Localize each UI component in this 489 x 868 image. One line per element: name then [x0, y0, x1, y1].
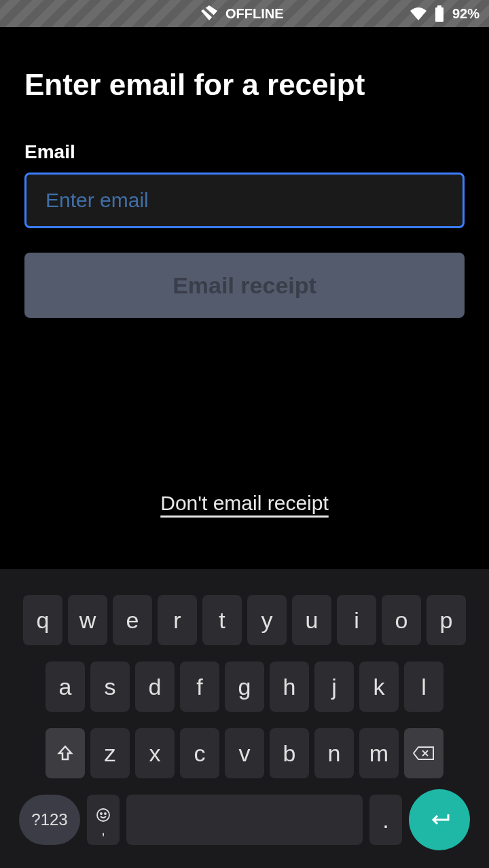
key-u[interactable]: u [292, 595, 331, 645]
key-shift[interactable] [46, 728, 85, 778]
key-period[interactable]: . [369, 795, 402, 845]
offline-label: OFFLINE [225, 6, 284, 22]
key-r[interactable]: r [158, 595, 197, 645]
key-t[interactable]: t [202, 595, 242, 645]
keyboard: q w e r t y u i o p a s d f g h j k l z … [0, 569, 489, 868]
key-emoji[interactable]: , [87, 795, 120, 845]
key-space[interactable] [126, 795, 363, 845]
key-x[interactable]: x [135, 728, 175, 778]
key-c[interactable]: c [180, 728, 219, 778]
keyboard-row-3: z x c v b n m [19, 728, 470, 778]
key-e[interactable]: e [113, 595, 152, 645]
key-j[interactable]: j [314, 662, 354, 712]
email-field[interactable] [24, 173, 465, 228]
keyboard-row-4: ?123 , . [19, 795, 470, 850]
key-o[interactable]: o [382, 595, 421, 645]
key-i[interactable]: i [337, 595, 376, 645]
key-g[interactable]: g [225, 662, 264, 712]
battery-percent: 92% [452, 6, 479, 22]
wifi-off-icon [200, 5, 219, 22]
key-y[interactable]: y [247, 595, 287, 645]
page-title: Enter email for a receipt [24, 68, 465, 102]
dont-email-receipt-link[interactable]: Don't email receipt [160, 492, 329, 515]
main-content: Enter email for a receipt Email Email re… [0, 27, 489, 318]
svg-point-7 [105, 813, 106, 814]
key-n[interactable]: n [314, 728, 354, 778]
email-label: Email [24, 141, 465, 163]
battery-icon [435, 5, 444, 22]
key-w[interactable]: w [68, 595, 107, 645]
key-enter[interactable] [409, 789, 470, 850]
key-v[interactable]: v [225, 728, 264, 778]
svg-rect-1 [437, 5, 441, 7]
comma-label: , [101, 823, 105, 837]
svg-point-5 [97, 809, 109, 821]
wifi-icon [410, 7, 427, 20]
key-p[interactable]: p [427, 595, 466, 645]
key-m[interactable]: m [359, 728, 399, 778]
key-f[interactable]: f [180, 662, 219, 712]
svg-point-6 [101, 813, 102, 814]
svg-rect-2 [435, 7, 443, 22]
key-k[interactable]: k [359, 662, 399, 712]
key-h[interactable]: h [270, 662, 309, 712]
status-bar: OFFLINE 92% [0, 0, 489, 27]
key-backspace[interactable] [404, 728, 443, 778]
key-numbers[interactable]: ?123 [19, 795, 80, 845]
keyboard-row-1: q w e r t y u i o p [19, 595, 470, 645]
key-s[interactable]: s [90, 662, 130, 712]
key-b[interactable]: b [270, 728, 309, 778]
key-d[interactable]: d [135, 662, 175, 712]
key-z[interactable]: z [90, 728, 130, 778]
email-receipt-button[interactable]: Email receipt [24, 253, 465, 318]
keyboard-row-2: a s d f g h j k l [19, 662, 470, 712]
key-q[interactable]: q [23, 595, 62, 645]
key-l[interactable]: l [404, 662, 443, 712]
key-a[interactable]: a [46, 662, 85, 712]
